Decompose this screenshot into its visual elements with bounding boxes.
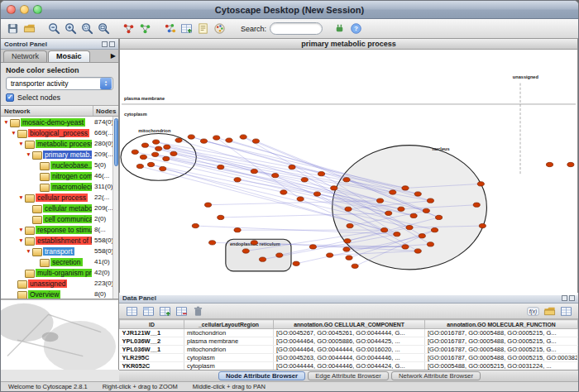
network-node[interactable] <box>226 138 232 142</box>
attribute-mapper-icon[interactable] <box>179 22 194 36</box>
scrollbar-thumb[interactable] <box>114 118 118 166</box>
network-node[interactable] <box>477 182 484 186</box>
network-node[interactable] <box>140 155 146 159</box>
network-node[interactable] <box>567 162 574 166</box>
birds-eye-view[interactable] <box>1 299 118 370</box>
network-node[interactable] <box>218 165 224 169</box>
network-node[interactable] <box>309 245 316 249</box>
tree-item-metabolic-process[interactable]: ▼metabolic process280(0) <box>1 138 118 149</box>
help-icon[interactable]: ? <box>348 22 363 36</box>
network-node[interactable] <box>251 241 257 245</box>
network-node[interactable] <box>272 174 279 178</box>
network-node[interactable] <box>381 228 388 232</box>
cell[interactable]: [GO:0016787, GO:0005488, GO:0005215, G..… <box>425 329 578 337</box>
table-row[interactable]: YPL036W__2plasma membrane[GO:0044464, GO… <box>120 337 578 346</box>
title-bar[interactable]: Cytoscape Desktop (New Session) <box>1 1 578 19</box>
network-view-title[interactable]: primary metabolic process <box>120 39 577 50</box>
network-node[interactable] <box>242 249 249 253</box>
network-node[interactable] <box>390 190 396 194</box>
tree-item-response-to-stimul[interactable]: ▼response to stimul...8(... <box>1 224 118 235</box>
column-header[interactable]: annotation.GO MOLECULAR_FUNCTION <box>425 320 578 329</box>
open-session-icon[interactable] <box>22 22 36 36</box>
network-node[interactable] <box>406 225 413 229</box>
network-node[interactable] <box>376 198 383 203</box>
network-node[interactable] <box>313 192 320 196</box>
network-node[interactable] <box>343 247 350 251</box>
tree-item-transport[interactable]: ▼transport558(0) <box>1 246 118 256</box>
expand-arrow-icon[interactable]: ▼ <box>17 192 25 203</box>
network-node[interactable] <box>175 138 182 142</box>
network-node[interactable] <box>427 242 433 246</box>
network-node[interactable] <box>204 203 211 207</box>
network-node[interactable] <box>385 211 392 215</box>
close-panel-icon[interactable] <box>569 295 575 301</box>
close-panel-icon[interactable] <box>109 41 115 47</box>
network-node[interactable] <box>218 215 224 219</box>
tab-network-attribute-browser[interactable]: Network Attribute Browser <box>391 371 481 380</box>
zoom-selected-icon[interactable] <box>79 22 94 36</box>
expand-arrow-icon[interactable]: ▼ <box>2 117 10 127</box>
network-node[interactable] <box>252 139 259 143</box>
search-input[interactable] <box>270 22 323 35</box>
select-attributes-icon[interactable] <box>124 304 139 318</box>
zoom-button[interactable] <box>33 5 42 14</box>
tab-edge-attribute-browser[interactable]: Edge Attribute Browser <box>308 371 389 380</box>
tree-item-unassigned[interactable]: unassigned223(0) <box>1 278 118 289</box>
tree-item-macromolecule[interactable]: macromolecule...311(0) <box>1 181 118 192</box>
annotation-icon[interactable] <box>195 22 210 36</box>
tree-item-establishment-of-lo[interactable]: ▼establishment of lo...558(0) <box>1 235 118 246</box>
save-session-icon[interactable] <box>5 22 20 36</box>
cell[interactable]: [GO:0044444, GO:0044446, GO:0044424, G..… <box>274 362 425 370</box>
network-node[interactable] <box>473 203 480 207</box>
close-button[interactable] <box>7 5 16 14</box>
cell[interactable]: [GO:0005488, GO:0005215, GO:0031224, ... <box>425 362 578 370</box>
network-node[interactable] <box>331 186 337 190</box>
plugins-icon[interactable] <box>332 22 347 36</box>
network-node[interactable] <box>414 249 421 253</box>
cell[interactable]: [GO:0016787, GO:0005488, GO:0005215, G..… <box>425 337 578 346</box>
expand-arrow-icon[interactable]: ▼ <box>10 127 17 138</box>
network-node[interactable] <box>546 162 553 166</box>
tab-node-attribute-browser[interactable]: Node Attribute Browser <box>218 371 305 380</box>
network-node[interactable] <box>414 192 421 196</box>
network-node[interactable] <box>436 215 443 219</box>
network-node[interactable] <box>402 245 409 249</box>
network-node[interactable] <box>156 146 162 151</box>
select-nodes-checkbox[interactable]: ✓ <box>6 93 14 102</box>
node-color-attribute-select[interactable]: transporter activity ▲▼ <box>6 77 113 90</box>
column-header[interactable]: annotation.GO CELLULAR_COMPONENT <box>274 320 425 329</box>
cell[interactable]: plasma membrane <box>184 337 274 346</box>
tab-network[interactable]: Network <box>3 50 47 62</box>
network-node[interactable] <box>280 190 287 194</box>
column-header[interactable]: ID <box>120 320 184 329</box>
network-node[interactable] <box>276 253 283 257</box>
zoom-fit-icon[interactable] <box>96 22 111 36</box>
network-merge-icon[interactable] <box>162 22 177 36</box>
table-row[interactable]: YJR121W__1mitochondrion[GO:0045267, GO:0… <box>120 329 578 337</box>
float-panel-icon[interactable] <box>562 295 567 301</box>
formula-builder-icon[interactable]: f(x) <box>525 304 540 318</box>
network-node[interactable] <box>234 178 241 182</box>
tree-item-nucleobase[interactable]: nucleobase...5(0) <box>1 160 118 170</box>
network-node[interactable] <box>251 169 257 173</box>
network-node[interactable] <box>170 151 177 155</box>
column-header[interactable]: _cellularLayoutRegion <box>184 320 274 329</box>
network-node[interactable] <box>297 197 304 201</box>
expand-arrow-icon[interactable]: ▼ <box>25 149 32 160</box>
network-node[interactable] <box>410 213 417 218</box>
tree-item-primary-metab[interactable]: ▼primary metab...209(... <box>1 149 118 160</box>
network-node[interactable] <box>318 172 324 176</box>
tree-item-multi-organism-pro[interactable]: multi-organism pro...42(0) <box>1 267 118 278</box>
cell-id[interactable]: YKR052C <box>120 362 184 370</box>
network-node[interactable] <box>192 223 199 227</box>
table-row[interactable]: YLR295Ccytoplasm[GO:0045263, GO:0044444,… <box>120 354 578 362</box>
network-node[interactable] <box>301 178 308 182</box>
import-network-icon[interactable] <box>121 22 136 36</box>
network-node[interactable] <box>160 166 166 170</box>
network-node[interactable] <box>293 261 299 265</box>
network-node[interactable] <box>352 264 358 268</box>
cell[interactable]: [GO:0045267, GO:0045261, GO:0044444, G..… <box>274 329 425 337</box>
tree-item-secretion[interactable]: secretion41(0) <box>1 256 118 267</box>
network-node[interactable] <box>141 143 148 147</box>
minimize-button[interactable] <box>20 5 29 14</box>
